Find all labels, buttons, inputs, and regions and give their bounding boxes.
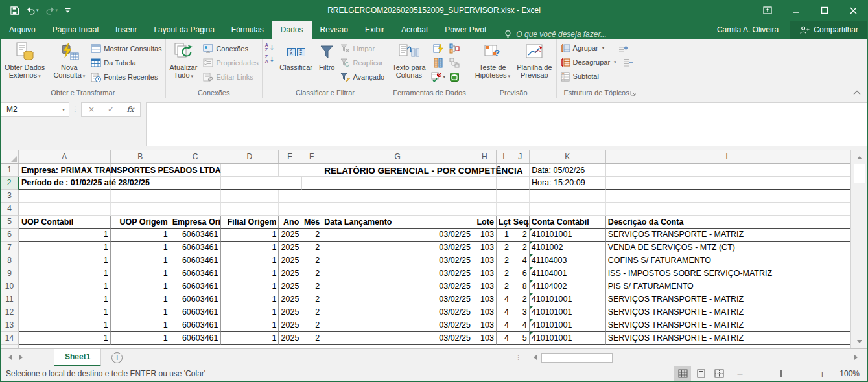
select-all-corner[interactable] <box>1 150 19 163</box>
cell-L2[interactable] <box>606 177 850 190</box>
cell-B14[interactable]: 1 <box>111 332 170 345</box>
cell-L13[interactable]: SERVIÇOS TRANSPORTE - MATRIZ <box>606 319 850 332</box>
cell-K14[interactable]: 410101001 <box>530 332 606 345</box>
name-box-dropdown-icon[interactable]: ▾ <box>58 107 69 113</box>
cell-A13[interactable]: 1 <box>19 319 111 332</box>
classificar-button[interactable]: ZAAZ Classificar <box>276 39 316 87</box>
avancado-button[interactable]: Avançado <box>338 70 387 84</box>
cell-A14[interactable]: 1 <box>19 332 111 345</box>
enter-icon[interactable]: ✓ <box>101 105 121 114</box>
cell-K3[interactable] <box>530 190 606 203</box>
tab-power-pivot[interactable]: Power Pivot <box>436 21 495 39</box>
cell-C14[interactable]: 60603461 <box>170 332 221 345</box>
da-tabela-button[interactable]: Da Tabela <box>88 56 164 70</box>
agrupar-button[interactable]: Agrupar ▾ <box>557 41 636 55</box>
column-header-D[interactable]: D <box>220 150 279 163</box>
editar-links-button[interactable]: Editar Links <box>200 70 261 84</box>
cell-F10[interactable]: 2 <box>301 280 322 293</box>
row-header-5[interactable]: 5 <box>1 216 19 229</box>
scroll-up-button[interactable] <box>853 152 866 163</box>
cell-L8[interactable]: COFINS S/ FATURAMENTO <box>606 254 850 267</box>
row-header-12[interactable]: 12 <box>1 306 19 319</box>
cell-D1[interactable] <box>221 164 279 177</box>
cell-G5[interactable]: Data Lançamento <box>322 216 473 229</box>
cell-F9[interactable]: 2 <box>301 267 322 280</box>
cell-H12[interactable]: 103 <box>473 306 497 319</box>
cell-G3[interactable] <box>322 190 473 203</box>
row-header-14[interactable]: 14 <box>1 332 19 345</box>
cell-G7[interactable]: 03/02/25 <box>322 242 473 254</box>
cell-H7[interactable]: 103 <box>473 242 497 254</box>
cell-J3[interactable] <box>511 190 530 203</box>
cell-F8[interactable]: 2 <box>301 254 322 267</box>
atualizar-tudo-button[interactable]: Atualizar Tudo▾ <box>167 39 201 87</box>
vertical-scrollbar[interactable] <box>850 150 867 348</box>
scroll-down-button[interactable] <box>853 335 866 347</box>
customize-qat-button[interactable] <box>62 5 74 16</box>
cell-G13[interactable]: 03/02/25 <box>322 319 473 332</box>
cell-J13[interactable]: 4 <box>511 319 530 332</box>
cell-E12[interactable]: 2025 <box>279 306 301 319</box>
cell-J14[interactable]: 5 <box>511 332 530 345</box>
cell-B3[interactable] <box>111 190 170 203</box>
undo-dropdown-arrow[interactable]: ▾ <box>36 8 39 13</box>
fontes-recentes-button[interactable]: Fontes Recentes <box>88 70 164 84</box>
cell-G14[interactable]: 03/02/25 <box>322 332 473 345</box>
cell-A12[interactable]: 1 <box>19 306 111 319</box>
cell-A10[interactable]: 1 <box>19 280 111 293</box>
cell-K6[interactable]: 410101001 <box>530 229 606 242</box>
tab-exibir[interactable]: Exibir <box>357 21 393 39</box>
cell-B6[interactable]: 1 <box>111 229 170 242</box>
column-header-J[interactable]: J <box>511 150 530 163</box>
cell-A6[interactable]: 1 <box>19 229 111 242</box>
cell-A5[interactable]: UOP Contábil <box>19 216 111 229</box>
row-header-10[interactable]: 10 <box>1 280 19 293</box>
planilha-de-previsao-button[interactable]: Planilha de Previsão <box>513 39 555 87</box>
cell-E9[interactable]: 2025 <box>279 267 301 280</box>
cell-J10[interactable]: 8 <box>511 280 530 293</box>
show-detail-icon[interactable] <box>618 43 628 52</box>
restore-button[interactable] <box>810 0 839 21</box>
insert-function-icon[interactable]: fx <box>121 105 140 114</box>
cell-K2[interactable]: Hora: 15:20:09 <box>530 177 606 190</box>
cell-H4[interactable] <box>473 203 497 216</box>
cell-E10[interactable]: 2025 <box>279 280 301 293</box>
cell-H10[interactable]: 103 <box>473 280 497 293</box>
sheet-tab-sheet1[interactable]: Sheet1 <box>54 349 101 366</box>
cell-E14[interactable]: 2025 <box>279 332 301 345</box>
cell-E11[interactable]: 2025 <box>279 293 301 306</box>
cell-L3[interactable] <box>606 190 850 203</box>
zoom-slider[interactable] <box>749 374 814 374</box>
collapse-ribbon-button[interactable] <box>853 90 861 95</box>
row-header-11[interactable]: 11 <box>1 293 19 306</box>
cell-F4[interactable] <box>301 203 322 216</box>
cell-D14[interactable]: 1 <box>221 332 279 345</box>
cell-B10[interactable]: 1 <box>111 280 170 293</box>
cell-I11[interactable]: 4 <box>497 293 511 306</box>
limpar-button[interactable]: Limpar <box>338 41 387 56</box>
cell-G11[interactable]: 03/02/25 <box>322 293 473 306</box>
row-header-1[interactable]: 1 <box>1 164 19 177</box>
cell-F3[interactable] <box>301 190 322 203</box>
tab-pagina-inicial[interactable]: Página Inicial <box>44 21 107 39</box>
next-sheet-icon[interactable] <box>19 355 23 360</box>
cell-H2[interactable] <box>473 177 497 190</box>
reaplicar-button[interactable]: Reaplicar <box>338 56 387 70</box>
cell-G10[interactable]: 03/02/25 <box>322 280 473 293</box>
cell-G2[interactable] <box>322 177 473 190</box>
cell-J12[interactable]: 3 <box>511 306 530 319</box>
cell-L10[interactable]: PIS S/ FATURAMENTO <box>606 280 850 293</box>
propriedades-button[interactable]: Propriedades <box>200 56 261 70</box>
cell-B9[interactable]: 1 <box>111 267 170 280</box>
cell-D8[interactable]: 1 <box>221 254 279 267</box>
validacao-de-dados-button[interactable]: ▾ <box>429 70 448 84</box>
cell-A3[interactable] <box>19 190 111 203</box>
cell-I4[interactable] <box>497 203 511 216</box>
close-button[interactable] <box>839 0 867 21</box>
column-header-B[interactable]: B <box>111 150 170 163</box>
zoom-level[interactable]: 100% <box>832 369 860 378</box>
cell-D6[interactable]: 1 <box>221 229 279 242</box>
cell-A9[interactable]: 1 <box>19 267 111 280</box>
cell-D11[interactable]: 1 <box>221 293 279 306</box>
cell-K8[interactable]: 41104003 <box>530 254 606 267</box>
